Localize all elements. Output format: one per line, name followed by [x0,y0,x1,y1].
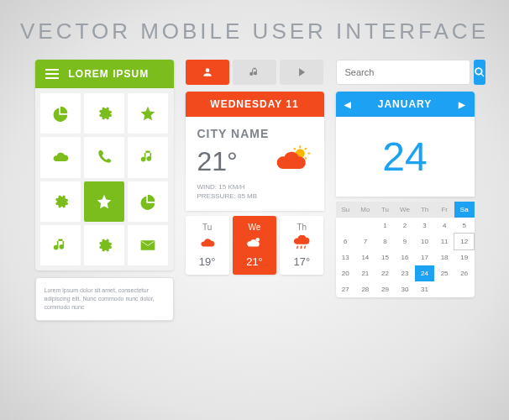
cal-day[interactable]: 7 [355,234,375,249]
cal-day[interactable]: 2 [395,218,415,234]
cal-day[interactable]: 28 [355,281,375,297]
grid-gear-icon[interactable] [84,93,124,134]
grid-mail-icon[interactable] [128,225,168,265]
dow-Th: Th [415,202,435,218]
grid-gear-icon[interactable] [40,181,81,222]
current-temp: 21° [197,146,238,177]
cal-day [355,218,375,234]
search-button[interactable] [474,60,485,85]
cal-day[interactable]: 11 [434,234,454,249]
cal-day[interactable]: 23 [395,265,415,281]
city-name: CITY NAME [197,127,312,140]
cal-day[interactable]: 1 [375,218,396,234]
calendar-grid: 1234567891011121314151617181920212223242… [336,218,475,297]
cal-day[interactable]: 20 [336,265,356,281]
cal-day[interactable]: 13 [336,249,356,265]
weather-main: CITY NAME 21° WIND: 15 KM/H PRESSURE: 85… [186,117,324,211]
forecast-We[interactable]: We21° [233,216,276,275]
dow-Tu: Tu [375,202,396,218]
cal-day [454,281,475,297]
next-month[interactable]: ▶ [459,100,466,109]
grid-music-icon[interactable] [40,225,81,265]
grid-star-icon[interactable] [84,181,124,222]
dow-Sa: Sa [454,202,475,218]
cal-day[interactable]: 19 [454,249,475,265]
hamburger-icon[interactable] [45,69,59,79]
weather-icon [275,145,312,177]
toolbar-user-button[interactable] [186,60,229,85]
cal-day[interactable]: 24 [415,265,435,281]
grid-music-icon[interactable] [128,137,168,177]
prev-month[interactable]: ◀ [344,100,352,109]
month-label: JANUARY [378,98,433,110]
cal-day[interactable]: 25 [434,265,454,281]
toolbar-play-button[interactable] [280,60,323,85]
cal-day[interactable]: 8 [375,234,396,249]
dow-Mo: Mo [355,202,375,218]
menu-header[interactable]: LOREM IPSUM [35,60,174,88]
forecast-row: Tu19°We21°Th17° [186,216,324,275]
toolbar-music-button[interactable] [233,60,276,85]
menu-header-label: LOREM IPSUM [69,68,150,80]
cal-day[interactable]: 31 [415,281,435,297]
cal-day[interactable]: 17 [415,249,435,265]
cal-day[interactable]: 3 [415,218,435,234]
grid-gear-icon[interactable] [84,225,124,265]
cal-day[interactable]: 5 [454,218,475,234]
cal-day[interactable]: 4 [434,218,454,234]
dow-We: We [395,202,415,218]
cal-day[interactable]: 10 [415,234,435,249]
calendar-header: ◀ JANUARY ▶ [336,92,475,117]
cal-day[interactable]: 26 [454,265,475,281]
cal-day[interactable]: 27 [336,281,356,297]
dow-Su: Su [336,202,356,218]
cal-day[interactable]: 21 [355,265,375,281]
cal-day[interactable]: 15 [375,249,396,265]
menu-panel: LOREM IPSUM Lorem ipsum dolor sit amet, … [35,60,174,321]
selected-day-large: 24 [336,117,475,197]
cal-day[interactable]: 6 [336,234,356,249]
lorem-text: Lorem ipsum dolor sit amet, consectetur … [35,277,174,320]
calendar-panel: ◀ JANUARY ▶ 24 SuMoTuWeThFrSa 1234567891… [336,60,475,321]
cal-day [434,281,454,297]
search-input[interactable] [336,60,470,85]
cal-day[interactable]: 29 [375,281,396,297]
grid-star-icon[interactable] [128,93,168,134]
cal-day[interactable]: 30 [395,281,415,297]
grid-pie-chart-icon[interactable] [128,181,168,222]
forecast-Th[interactable]: Th17° [280,216,323,275]
cal-day[interactable]: 18 [434,249,454,265]
cal-day[interactable]: 22 [375,265,396,281]
day-of-week-row: SuMoTuWeThFrSa [336,202,475,218]
cal-day[interactable]: 14 [355,249,375,265]
weather-date: WEDNESDAY 11 [186,92,324,117]
page-title: VECTOR MOBILE USER INTERFACE [0,0,509,60]
weather-panel: WEDNESDAY 11 CITY NAME 21° WIND: 15 KM/H… [186,60,324,321]
cal-day [336,218,356,234]
cal-day[interactable]: 9 [395,234,415,249]
toolbar [186,60,324,85]
grid-pie-chart-icon[interactable] [40,93,81,134]
grid-cloud-icon[interactable] [40,137,81,177]
cal-day[interactable]: 12 [454,234,475,249]
grid-phone-icon[interactable] [84,137,124,177]
forecast-Tu[interactable]: Tu19° [186,216,229,275]
icon-grid [35,88,174,270]
dow-Fr: Fr [434,202,454,218]
weather-details: WIND: 15 KM/H PRESSURE: 85 MB [197,182,312,201]
cal-day[interactable]: 16 [395,249,415,265]
